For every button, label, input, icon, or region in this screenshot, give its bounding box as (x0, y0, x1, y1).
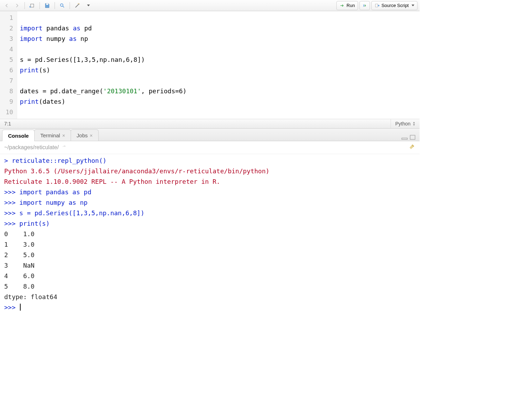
console-line: 2 5.0 (4, 250, 415, 260)
find-button[interactable] (58, 1, 67, 10)
run-arrow-icon (340, 3, 345, 8)
console-output[interactable]: > reticulate::repl_python()Python 3.6.5 … (0, 154, 420, 327)
console-path-bar: ~/packages/reticulate/ (0, 141, 420, 154)
console-line: 3 NaN (4, 260, 415, 271)
arrow-right-icon (14, 2, 20, 9)
tab-label: Terminal (40, 132, 60, 138)
console-line: 5 8.0 (4, 281, 415, 292)
line-number: 8 (6, 86, 13, 96)
back-button[interactable] (2, 1, 11, 10)
console-line: >>> import pandas as pd (4, 187, 415, 197)
code-line[interactable] (20, 13, 187, 23)
svg-rect-3 (376, 4, 378, 7)
close-icon[interactable]: × (62, 133, 65, 138)
code-line[interactable]: dates = pd.date_range('20130101', period… (20, 86, 187, 96)
language-label: Python (395, 121, 410, 126)
svg-rect-1 (46, 3, 48, 5)
popout-icon (29, 2, 35, 9)
svg-rect-4 (402, 138, 407, 139)
separator (40, 2, 40, 9)
line-number: 2 (6, 23, 13, 34)
console-line: Reticulate 1.10.0.9002 REPL -- A Python … (4, 176, 415, 187)
tab-jobs[interactable]: Jobs× (71, 129, 99, 141)
tab-terminal[interactable]: Terminal× (34, 129, 71, 141)
editor-statusbar: 7:1 Python ▲▼ (0, 119, 420, 129)
code-area[interactable]: import pandas as pdimport numpy as np s … (17, 11, 190, 119)
clear-console-button[interactable] (408, 143, 415, 152)
console-line: >>> print(s) (4, 218, 415, 229)
save-icon (44, 2, 50, 9)
run-label: Run (347, 3, 355, 8)
line-number: 9 (6, 96, 13, 107)
separator (70, 2, 70, 9)
code-line[interactable]: import pandas as pd (20, 23, 187, 34)
editor-toolbar: Run Source Script (0, 0, 420, 11)
minimize-icon (401, 135, 408, 140)
broom-icon (408, 143, 415, 150)
line-number: 6 (6, 65, 13, 75)
arrow-share-icon (61, 144, 67, 149)
text-cursor (20, 304, 21, 311)
rerun-button[interactable] (359, 1, 370, 10)
console-line: 4 6.0 (4, 271, 415, 281)
minimize-pane-button[interactable] (401, 135, 408, 141)
code-line[interactable] (20, 44, 187, 55)
cursor-position: 7:1 (4, 121, 11, 126)
tab-console[interactable]: Console (2, 130, 35, 141)
run-button[interactable]: Run (336, 1, 358, 10)
source-label: Source Script (381, 3, 409, 8)
console-line: 1 3.0 (4, 239, 415, 250)
svg-rect-0 (31, 4, 34, 7)
maximize-pane-button[interactable] (410, 135, 415, 141)
source-icon (374, 3, 380, 8)
console-line: >>> s = pd.Series([1,3,5,np.nan,6,8]) (4, 208, 415, 218)
working-directory: ~/packages/reticulate/ (4, 144, 59, 151)
console-line: > reticulate::repl_python() (4, 155, 415, 166)
code-line[interactable] (20, 107, 187, 117)
line-number: 1 (6, 13, 13, 23)
code-editor[interactable]: 12345678910 import pandas as pdimport nu… (0, 11, 420, 119)
svg-point-2 (60, 3, 63, 6)
code-line[interactable] (20, 75, 187, 86)
save-button[interactable] (43, 1, 52, 10)
line-number: 7 (6, 75, 13, 86)
goto-directory-button[interactable] (61, 144, 67, 151)
tab-label: Jobs (77, 132, 88, 138)
line-number: 4 (6, 44, 13, 55)
maximize-icon (410, 135, 415, 140)
search-icon (59, 2, 65, 9)
console-line: 0 1.0 (4, 229, 415, 239)
line-number: 10 (6, 107, 13, 117)
svg-rect-5 (410, 135, 415, 139)
show-in-new-window-button[interactable] (28, 1, 37, 10)
source-script-button[interactable]: Source Script (371, 1, 417, 10)
line-number: 5 (6, 55, 13, 65)
close-icon[interactable]: × (90, 133, 93, 138)
console-line: >>> (4, 302, 415, 313)
code-line[interactable]: s = pd.Series([1,3,5,np.nan,6,8]) (20, 55, 187, 65)
chevron-down-icon (87, 5, 90, 6)
line-number: 3 (6, 34, 13, 44)
rerun-icon (362, 3, 367, 8)
wand-icon (74, 2, 80, 9)
arrow-left-icon (3, 2, 10, 9)
console-line: >>> import numpy as np (4, 197, 415, 208)
separator (55, 2, 55, 9)
code-line[interactable]: print(s) (20, 65, 187, 75)
code-line[interactable]: print(dates) (20, 96, 187, 107)
code-tools-button[interactable] (73, 1, 82, 10)
code-tools-dropdown[interactable] (83, 1, 92, 10)
tab-label: Console (8, 133, 29, 139)
line-number-gutter: 12345678910 (0, 11, 17, 119)
chevron-down-icon (412, 5, 414, 6)
code-line[interactable]: import numpy as np (20, 34, 187, 44)
separator (24, 2, 25, 9)
console-line: dtype: float64 (4, 292, 415, 302)
pane-tabs: ConsoleTerminal×Jobs× (0, 129, 420, 141)
console-line: Python 3.6.5 (/Users/jjallaire/anaconda3… (4, 166, 415, 176)
language-selector[interactable]: Python ▲▼ (391, 119, 415, 128)
forward-button[interactable] (13, 1, 22, 10)
updown-icon: ▲▼ (413, 121, 415, 126)
